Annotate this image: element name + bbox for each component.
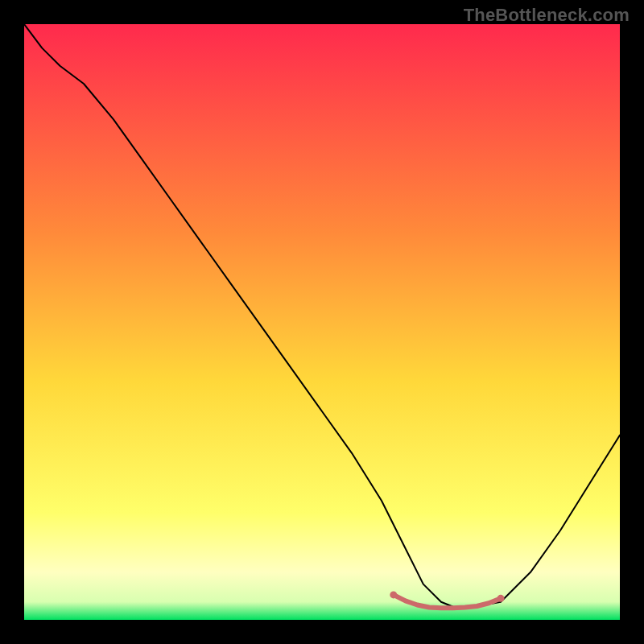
gradient-background — [24, 24, 620, 620]
plot-area — [24, 24, 620, 620]
watermark-text: TheBottleneck.com — [464, 5, 630, 26]
series-optimal-band-cap — [390, 591, 397, 598]
chart-frame: TheBottleneck.com — [0, 0, 644, 644]
series-optimal-band-cap — [497, 595, 505, 602]
chart-svg — [24, 24, 620, 620]
